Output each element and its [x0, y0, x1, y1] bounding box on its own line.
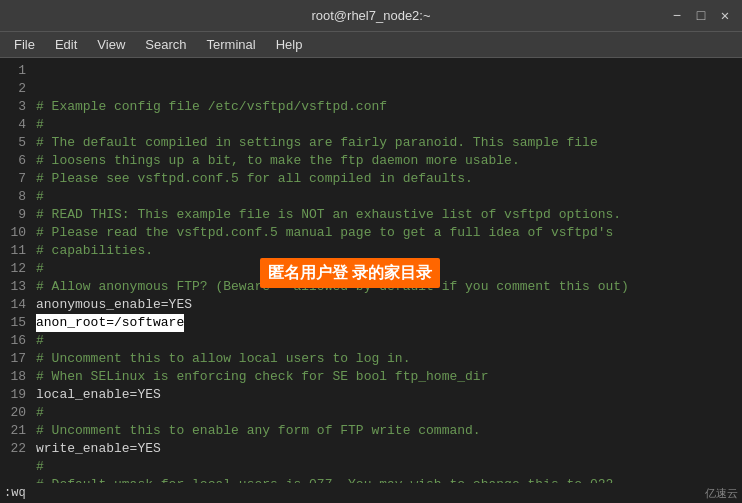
code-line: #	[36, 332, 736, 350]
line-number: 1	[6, 62, 26, 80]
code-line: # Uncomment this to allow local users to…	[36, 350, 736, 368]
code-line: # The default compiled in settings are f…	[36, 134, 736, 152]
window-controls: − □ ✕	[668, 7, 734, 25]
code-line: # Example config file /etc/vsftpd/vsftpd…	[36, 98, 736, 116]
line-number: 11	[6, 242, 26, 260]
annotation-box: 匿名用户登 录的家目录	[260, 258, 440, 288]
line-number: 3	[6, 98, 26, 116]
line-number: 4	[6, 116, 26, 134]
line-number: 21	[6, 422, 26, 440]
minimize-button[interactable]: −	[668, 7, 686, 25]
code-line: # Please see vsftpd.conf.5 for all compi…	[36, 170, 736, 188]
menu-item-help[interactable]: Help	[268, 35, 311, 54]
editor-area: 12345678910111213141516171819202122 # Ex…	[0, 58, 742, 503]
code-line: #	[36, 458, 736, 476]
menu-item-file[interactable]: File	[6, 35, 43, 54]
line-number: 14	[6, 296, 26, 314]
line-number: 15	[6, 314, 26, 332]
line-number: 10	[6, 224, 26, 242]
watermark: 亿速云	[705, 486, 738, 501]
vim-command: :wq	[4, 486, 26, 500]
line-number: 12	[6, 260, 26, 278]
line-numbers: 12345678910111213141516171819202122	[0, 58, 30, 503]
line-number: 17	[6, 350, 26, 368]
code-line: # loosens things up a bit, to make the f…	[36, 152, 736, 170]
line-number: 2	[6, 80, 26, 98]
menu-item-edit[interactable]: Edit	[47, 35, 85, 54]
line-number: 9	[6, 206, 26, 224]
line-number: 19	[6, 386, 26, 404]
menu-item-view[interactable]: View	[89, 35, 133, 54]
code-line: #	[36, 404, 736, 422]
line-number: 22	[6, 440, 26, 458]
line-number: 13	[6, 278, 26, 296]
code-line: #	[36, 116, 736, 134]
code-line: local_enable=YES	[36, 386, 736, 404]
code-line: anonymous_enable=YES	[36, 296, 736, 314]
code-line: # When SELinux is enforcing check for SE…	[36, 368, 736, 386]
line-number: 18	[6, 368, 26, 386]
code-line: # Uncomment this to enable any form of F…	[36, 422, 736, 440]
line-number: 8	[6, 188, 26, 206]
line-number: 6	[6, 152, 26, 170]
line-number: 7	[6, 170, 26, 188]
status-bar: :wq	[0, 483, 742, 503]
maximize-button[interactable]: □	[692, 7, 710, 25]
code-line: anon_root=/software	[36, 314, 736, 332]
line-number: 16	[6, 332, 26, 350]
close-button[interactable]: ✕	[716, 7, 734, 25]
code-line: # Please read the vsftpd.conf.5 manual p…	[36, 224, 736, 242]
line-number: 5	[6, 134, 26, 152]
code-line: #	[36, 188, 736, 206]
menu-item-search[interactable]: Search	[137, 35, 194, 54]
menu-item-terminal[interactable]: Terminal	[199, 35, 264, 54]
code-line: # READ THIS: This example file is NOT an…	[36, 206, 736, 224]
title-bar: root@rhel7_node2:~ − □ ✕	[0, 0, 742, 32]
menu-bar: FileEditViewSearchTerminalHelp	[0, 32, 742, 58]
code-line: write_enable=YES	[36, 440, 736, 458]
window-title: root@rhel7_node2:~	[311, 8, 430, 23]
line-number: 20	[6, 404, 26, 422]
